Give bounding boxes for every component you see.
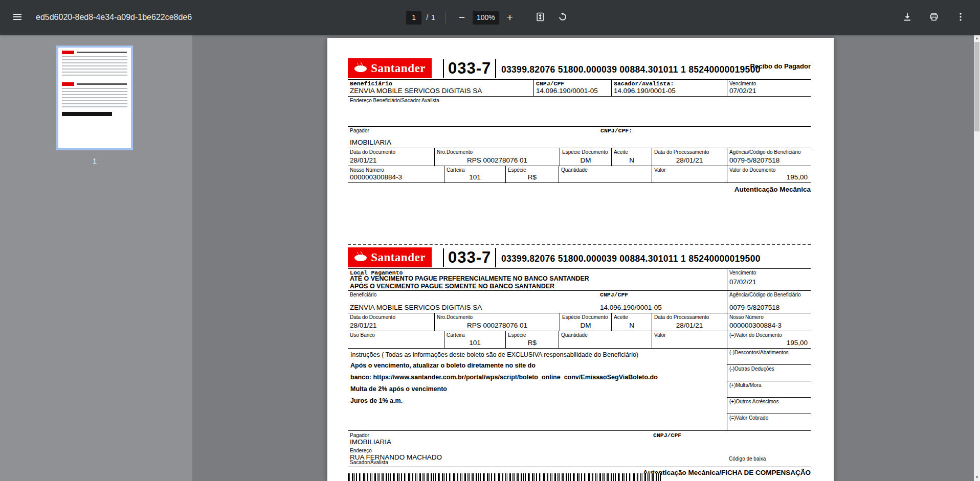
row-endereco-beneficiario: Endereço Beneficiário/Sacador Avalista: [348, 97, 811, 127]
thumbnail-sidebar: 1: [0, 35, 192, 481]
toolbar-right-controls: [896, 6, 980, 29]
santander-logo: Santander: [348, 58, 432, 78]
field-local-pagamento: Local Pagamento ATÉ O VENCIMENTO PAGUE P…: [348, 269, 727, 290]
scroll-up-icon[interactable]: ▲: [974, 35, 980, 42]
instrucoes-header: Instruções ( Todas as informações deste …: [350, 351, 638, 358]
toolbar-divider: [446, 11, 446, 24]
pdf-toolbar: ed5d6020-8ed8-4e34-a09d-1be622ce8de6 / 1…: [0, 0, 980, 35]
digitable-line: 03399.82076 51800.000039 00884.301011 1 …: [501, 64, 761, 75]
zoom-in-button[interactable]: +: [500, 8, 520, 27]
thumb-text-lines: [62, 56, 127, 76]
print-icon: [929, 12, 939, 24]
row-instrucoes: Instruções ( Todas as informações deste …: [348, 349, 811, 431]
divider: [495, 248, 496, 267]
pdf-viewer: ed5d6020-8ed8-4e34-a09d-1be622ce8de6 / 1…: [0, 0, 980, 481]
santander-wordmark: Santander: [371, 62, 426, 75]
thumb-line: [77, 83, 127, 85]
field-nosso-numero: Nosso Número 000000300884-3: [348, 166, 444, 182]
field-descontos: (-)Descontos/Abatimentos: [727, 349, 811, 365]
santander-logo: Santander: [348, 247, 432, 267]
thumb-barcode: [62, 112, 112, 116]
field-vencimento: Vencimento 07/02/21: [727, 80, 811, 96]
field-quantidade: Quantidade: [559, 166, 652, 182]
field-valor: Valor: [652, 166, 727, 182]
rotate-counterclockwise-icon: [558, 12, 568, 24]
field-valor-cobrado: (=)Valor Cobrado: [727, 414, 811, 430]
barcode: [348, 473, 661, 481]
row-local-pagamento: Local Pagamento ATÉ O VENCIMENTO PAGUE P…: [348, 268, 811, 291]
print-button[interactable]: [923, 6, 945, 29]
row-beneficiario: Beneficiário ZENVIA MOBILE SERVICOS DIGI…: [348, 79, 811, 97]
scrollbar-thumb[interactable]: [974, 42, 979, 131]
thumb-logo-mark: [62, 82, 74, 86]
divider: [495, 59, 496, 78]
vertical-scrollbar[interactable]: ▲ ▼: [974, 35, 980, 481]
row-pagador-2: Pagador IMOBILIARIA CNPJ/CPF Endereço RU…: [348, 431, 811, 467]
rotate-button[interactable]: [551, 6, 574, 29]
row-beneficiario-2: Beneficiário CNPJ/CPF ZENVIA MOBILE SERV…: [348, 291, 811, 313]
menu-button[interactable]: [6, 6, 29, 29]
field-beneficiario: Beneficiário ZENVIA MOBILE SERVICOS DIGI…: [348, 80, 533, 96]
download-button[interactable]: [896, 6, 919, 29]
thumbnail-page-1[interactable]: [56, 45, 133, 150]
recibo-title: Recibo do Pagador: [750, 62, 811, 70]
field-vencimento: Vencimento 07/02/21: [727, 269, 811, 290]
row-pagador: Pagador CNPJ/CPF: IMOBILIARIA: [348, 127, 811, 148]
field-valor-documento: Valor do Documento 195,00: [727, 166, 811, 182]
autenticacao-mecanica: Autenticação Mecânica: [734, 186, 811, 193]
zoom-level[interactable]: 100%: [473, 11, 499, 25]
field-especie-documento: Espécie Documento DM: [560, 148, 611, 166]
field-cnpj: CNPJ/CPF 14.096.190/0001-05: [533, 80, 611, 96]
pdf-page: Santander 033-7 03399.82076 51800.000039…: [327, 38, 834, 481]
row-uso-banco: Uso Banco Carteira 101 Espécie R$ Quanti…: [348, 331, 811, 349]
fit-page-icon: [535, 12, 545, 24]
document-title: ed5d6020-8ed8-4e34-a09d-1be622ce8de6: [36, 13, 192, 22]
bank-code: 033-7: [448, 59, 491, 78]
field-beneficiario: Beneficiário CNPJ/CPF ZENVIA MOBILE SERV…: [348, 291, 727, 313]
toolbar-center-controls: / 1 − 100% +: [406, 0, 574, 35]
thumb-logo-mark: [62, 51, 74, 54]
pdf-content-area[interactable]: Santander 033-7 03399.82076 51800.000039…: [192, 35, 974, 481]
field-carteira: Carteira 101: [444, 166, 505, 182]
thumb-text-lines: [62, 88, 127, 108]
field-data-documento: Data do Documento 28/01/21: [348, 148, 434, 166]
scroll-down-icon[interactable]: ▼: [974, 474, 980, 481]
field-data-processamento: Data do Processamento 28/01/21: [652, 148, 727, 166]
bank-code: 033-7: [448, 248, 491, 267]
page-count-label: / 1: [426, 13, 435, 21]
santander-flame-icon: [354, 62, 367, 75]
hamburger-icon: [12, 12, 23, 24]
digitable-line: 03399.82076 51800.000039 00884.301011 1 …: [501, 254, 761, 264]
field-nro-documento: Nro.Documento RPS 000278076 01: [434, 148, 560, 166]
field-outros-acrescimos: (+)Outros Acréscimos: [727, 398, 811, 414]
row-documento-1: Data do Documento 28/01/21 Nro.Documento…: [348, 148, 811, 166]
row-nosso-numero-1: Nosso Número 000000300884-3 Carteira 101…: [348, 166, 811, 183]
autenticacao-ficha: Autenticação Mecânica/FICHA DE COMPENSAÇ…: [643, 469, 811, 476]
field-especie: Espécie R$: [505, 166, 559, 182]
more-options-button[interactable]: [949, 6, 972, 29]
divider: [443, 248, 444, 267]
santander-wordmark: Santander: [371, 251, 426, 264]
field-agencia-codigo: Agência/Código do Beneficiário 0079-5/82…: [727, 291, 811, 313]
zoom-out-button[interactable]: −: [452, 8, 472, 27]
divider: [443, 59, 444, 78]
thumb-line: [77, 52, 127, 53]
field-sacador-avalista: Sacador/Avalista: 14.096.190/0001-05: [611, 80, 727, 96]
download-icon: [902, 12, 912, 24]
fit-page-button[interactable]: [529, 6, 551, 29]
santander-flame-icon: [354, 251, 367, 264]
field-aceite: Aceite N: [611, 148, 652, 166]
page-number-input[interactable]: [406, 11, 421, 25]
boleto-sheet: Santander 033-7 03399.82076 51800.000039…: [348, 38, 811, 481]
row-documento-2: Data do Documento 28/01/21 Nro.Documento…: [348, 313, 811, 331]
thumbnail-page-label: 1: [56, 156, 133, 165]
cut-line: [348, 244, 811, 245]
field-outras-deducoes: (-)Outras Deduções: [727, 365, 811, 381]
field-multa-mora: (+)Multa/Mora: [727, 381, 811, 398]
field-agencia-codigo: Agência/Código do Beneficiário 0079-5/82…: [727, 148, 811, 166]
kebab-menu-icon: [955, 12, 966, 24]
